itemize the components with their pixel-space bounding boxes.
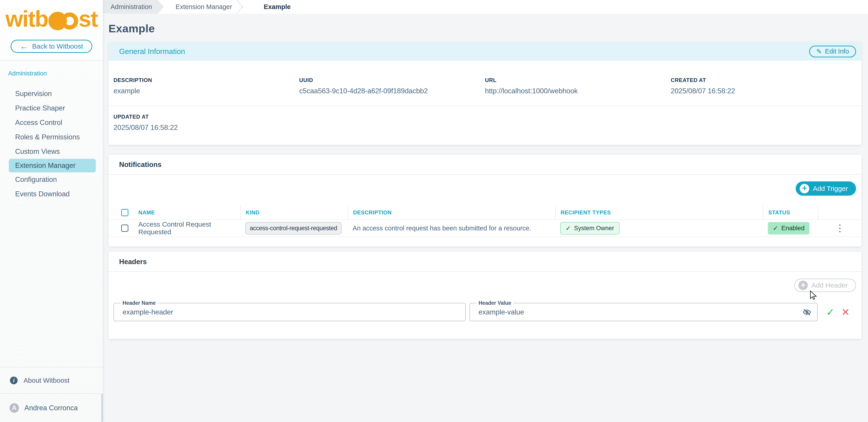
sidebar-item-configuration[interactable]: Configuration <box>0 172 103 187</box>
cancel-header-button[interactable]: ✕ <box>841 307 850 317</box>
about-witboost-button[interactable]: i About Witboost <box>0 367 103 393</box>
breadcrumb: Administration Extension Manager Example <box>103 0 868 14</box>
about-witboost-label: About Witboost <box>24 377 69 384</box>
confirm-header-button[interactable]: ✓ <box>826 307 835 317</box>
field-label: URL <box>485 77 671 84</box>
breadcrumb-chevron-icon <box>243 0 249 14</box>
row-actions-kebab-icon[interactable]: ⋮ <box>835 223 845 233</box>
table-header-row: NAME KIND DESCRIPTION RECIPIENT TYPES ST… <box>108 205 862 219</box>
logo-text-left: witb <box>5 6 48 32</box>
header-value-field-wrap: Header Value <box>469 303 817 321</box>
main-area: Administration Extension Manager Example… <box>103 0 868 422</box>
field-value: example <box>114 87 299 95</box>
notifications-title: Notifications <box>119 161 162 168</box>
user-name: Andrea Corronca <box>24 404 78 412</box>
general-information-header: General Information ✎ Edit Info <box>108 42 862 61</box>
field-label: UPDATED AT <box>114 113 299 120</box>
column-header-name[interactable]: NAME <box>138 205 240 219</box>
field-value: 2025/08/07 16:58:22 <box>671 87 857 95</box>
edit-info-button[interactable]: ✎ Edit Info <box>809 45 856 57</box>
general-information-card: General Information ✎ Edit Info DESCRIPT… <box>108 42 862 145</box>
page-title: Example <box>108 22 862 35</box>
row-name: Access Control Request Requested <box>138 220 240 236</box>
back-button-label: Back to Witboost <box>32 42 83 50</box>
sidebar-item-roles-permissions[interactable]: Roles & Permissions <box>0 130 103 144</box>
sidebar-scrollbar[interactable] <box>101 394 103 422</box>
edit-info-label: Edit Info <box>825 48 849 55</box>
witboost-logo: witb st <box>0 6 103 31</box>
sidebar-item-access-control[interactable]: Access Control <box>0 116 103 130</box>
header-edit-row: Header Name Header Value ✓ ✕ <box>114 303 857 321</box>
field-updated-at: UPDATED AT 2025/08/07 16:58:22 <box>114 113 299 132</box>
general-information-title: General Information <box>119 47 185 56</box>
field-uuid: UUID c5caa563-9c10-4d28-a62f-09f189dacbb… <box>299 77 485 95</box>
toggle-visibility-button[interactable] <box>803 308 811 317</box>
add-trigger-button[interactable]: + Add Trigger <box>796 182 856 196</box>
sidebar-item-custom-views[interactable]: Custom Views <box>0 144 103 159</box>
user-menu[interactable]: A Andrea Corronca <box>0 393 103 422</box>
sidebar-item-practice-shaper[interactable]: Practice Shaper <box>0 101 103 116</box>
check-icon: ✓ <box>565 225 571 232</box>
back-to-witboost-button[interactable]: ← Back to Witboost <box>11 40 92 53</box>
status-label: Enabled <box>781 225 804 232</box>
row-description: An access control request has been submi… <box>348 220 555 236</box>
sidebar-item-supervision[interactable]: Supervision <box>0 87 103 101</box>
general-information-fields-row-1: DESCRIPTION example UUID c5caa563-9c10-4… <box>108 61 862 95</box>
sidebar-divider <box>0 60 103 61</box>
field-description: DESCRIPTION example <box>114 77 299 95</box>
check-icon: ✓ <box>773 225 778 232</box>
breadcrumb-administration[interactable]: Administration <box>103 0 164 14</box>
breadcrumb-example: Example <box>249 0 298 14</box>
field-created-at: CREATED AT 2025/08/07 16:58:22 <box>671 77 857 95</box>
header-name-input[interactable] <box>114 303 465 321</box>
edit-pencil-icon: ✎ <box>816 48 822 55</box>
info-icon: i <box>10 377 18 384</box>
sidebar: witb st ← Back to Witboost Administratio… <box>0 0 103 422</box>
recipient-type-chip: ✓ System Owner <box>560 222 620 234</box>
column-header-description[interactable]: DESCRIPTION <box>348 205 555 219</box>
field-value: c5caa563-9c10-4d28-a62f-09f189dacbb2 <box>299 87 485 95</box>
recipient-type-label: System Owner <box>574 225 614 232</box>
add-trigger-label: Add Trigger <box>813 185 848 192</box>
plus-icon: + <box>798 281 808 290</box>
column-header-kind[interactable]: KIND <box>240 205 348 219</box>
headers-title: Headers <box>119 258 147 266</box>
back-arrow-icon: ← <box>20 42 28 51</box>
eye-off-icon <box>803 308 811 317</box>
notifications-card: Notifications + Add Trigger NAME KIND DE… <box>108 155 862 247</box>
row-checkbox[interactable] <box>121 225 128 232</box>
field-label: UUID <box>299 77 485 84</box>
sidebar-section-label: Administration <box>8 70 103 77</box>
add-header-label: Add Header <box>811 282 848 289</box>
avatar: A <box>9 403 19 413</box>
table-row: Access Control Request Requested access-… <box>108 219 862 237</box>
general-information-fields-row-2: UPDATED AT 2025/08/07 16:58:22 <box>108 106 862 145</box>
logo-text-right: st <box>79 6 97 32</box>
kind-chip: access-control-request-requested <box>245 222 342 234</box>
select-all-checkbox[interactable] <box>121 209 128 216</box>
field-value: 2025/08/07 16:58:22 <box>114 124 299 132</box>
column-header-status[interactable]: STATUS <box>763 205 818 219</box>
sidebar-item-events-download[interactable]: Events Download <box>0 187 103 201</box>
notifications-table: NAME KIND DESCRIPTION RECIPIENT TYPES ST… <box>108 205 862 237</box>
sidebar-nav: Supervision Practice Shaper Access Contr… <box>0 87 103 201</box>
status-badge: ✓ Enabled <box>768 222 809 234</box>
plus-icon: + <box>800 184 809 193</box>
header-value-input[interactable] <box>470 303 803 321</box>
field-url: URL http://localhost:1000/webhook <box>485 77 671 95</box>
page-content: Example General Information ✎ Edit Info … <box>103 22 868 339</box>
field-label: CREATED AT <box>671 77 857 84</box>
header-name-label: Header Name <box>120 300 158 306</box>
breadcrumb-extension-manager[interactable]: Extension Manager <box>164 0 243 14</box>
header-name-field-wrap: Header Name <box>114 303 466 321</box>
logo-circles-icon <box>49 12 78 30</box>
column-header-recipient-types[interactable]: RECIPIENT TYPES <box>555 205 763 219</box>
headers-card: Headers + Add Header Header Name Header … <box>108 252 862 339</box>
sidebar-item-extension-manager[interactable]: Extension Manager <box>9 159 96 172</box>
field-label: DESCRIPTION <box>114 77 299 84</box>
add-header-button[interactable]: + Add Header <box>794 279 856 292</box>
field-value: http://localhost:1000/webhook <box>485 87 671 95</box>
header-value-label: Header Value <box>476 300 513 306</box>
